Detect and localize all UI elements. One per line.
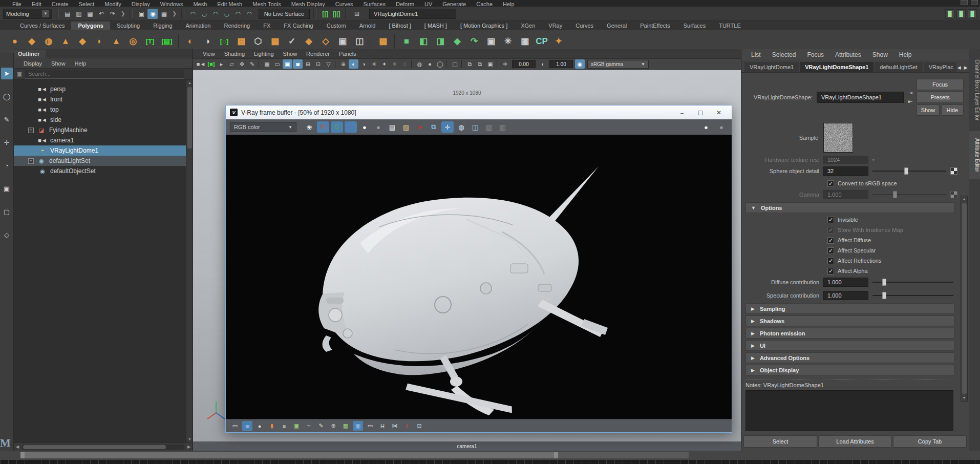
shelf-tab[interactable]: Curves / Surfaces <box>13 22 71 30</box>
outliner-vscrollbar[interactable]: ▲ ▼ <box>186 80 193 442</box>
toolbox-tool[interactable]: ◔ <box>1 160 13 172</box>
menubar-item[interactable]: Help <box>498 1 520 7</box>
viewport-toolbar-icon[interactable]: ● <box>425 59 435 69</box>
vfb-toolbar-icon[interactable]: ● <box>700 121 712 133</box>
scroll-up-icon[interactable]: ▲ <box>961 196 967 202</box>
scroll-up-icon[interactable]: ▲ <box>187 80 193 86</box>
collapsed-section-header[interactable]: ▶ Object Display <box>745 365 954 375</box>
vfb-toolbar-icon[interactable]: ❀ <box>303 121 315 133</box>
shelf-tool-icon[interactable]: ▲ <box>58 34 73 49</box>
vfb-toolbar-icon[interactable]: ● <box>372 121 385 133</box>
menubar-item[interactable]: Cache <box>471 1 498 7</box>
channel-dropdown[interactable]: RGB color ▼ <box>230 122 296 132</box>
viewport-toolbar-icon[interactable]: ◯ <box>435 59 445 69</box>
shelf-tab[interactable]: General <box>600 22 633 30</box>
color-managed-icon[interactable]: ◉ <box>575 59 585 69</box>
vfb-title-bar[interactable]: V V-Ray frame buffer - [50% of 1920 x 10… <box>226 106 732 119</box>
outliner-menu-item[interactable]: Display <box>19 60 47 67</box>
vfb-correction-icon[interactable]: ▮ <box>267 421 277 431</box>
vfb-toolbar-icon[interactable]: ▤ <box>386 121 398 133</box>
viewport-toolbar-icon[interactable]: ◙ <box>293 59 303 69</box>
shelf-tab[interactable]: Polygons <box>71 22 110 30</box>
viewport-toolbar-icon[interactable]: ▽ <box>324 59 333 69</box>
outliner-item[interactable]: + ◉ defaultLightSet <box>14 156 193 166</box>
shelf-tool-icon[interactable]: ✳ <box>500 34 516 49</box>
menubar-item[interactable]: File <box>7 1 27 7</box>
shelf-tab[interactable]: FX Caching <box>277 22 319 30</box>
shelf-tab[interactable]: Rendering <box>217 22 257 30</box>
vfb-correction-icon[interactable]: ≡ <box>279 421 289 431</box>
vfb-correction-icon[interactable]: ▣ <box>291 421 302 431</box>
outliner-item[interactable]: ■◄ camera1 <box>14 135 193 145</box>
sidebar-vertical-tab[interactable]: Attribute Editor <box>969 131 980 179</box>
vfb-toolbar-icon[interactable]: ➤ <box>414 121 426 133</box>
notes-textarea[interactable] <box>745 390 953 431</box>
focus-button[interactable]: Focus <box>917 79 964 90</box>
viewport-toolbar-icon[interactable]: ✧ <box>390 59 399 69</box>
shelf-tool-icon[interactable]: CP <box>534 34 549 49</box>
shelf-tool-icon[interactable]: ◫ <box>352 34 367 49</box>
toolbox-tool[interactable]: ▢ <box>1 206 13 218</box>
sphere-detail-field[interactable]: 32 <box>823 166 868 176</box>
menubar-item[interactable]: Select <box>74 1 100 7</box>
file-op-icon[interactable]: ▦ <box>85 9 95 19</box>
outliner-item[interactable]: ■◄ persp <box>14 84 193 94</box>
shelf-tab[interactable]: Curves <box>569 22 600 30</box>
show-button[interactable]: Show <box>917 104 939 116</box>
options-section-header[interactable]: ▼ Options <box>745 202 954 213</box>
vfb-correction-icon[interactable]: ● <box>254 421 265 431</box>
outliner-item[interactable]: ◓ VRayLightDome1 <box>14 145 193 156</box>
window-control-button[interactable]: ▢ <box>692 107 709 118</box>
menubar-item[interactable]: Windows <box>155 1 188 7</box>
selection-mask-icon[interactable]: ▦ <box>159 9 169 19</box>
contrast-icon[interactable]: ◖ <box>538 59 547 69</box>
menubar-item[interactable]: Mesh Display <box>286 1 330 7</box>
shelf-tab[interactable]: PaintEffects <box>633 22 677 30</box>
viewport-menu-item[interactable]: View <box>198 51 220 57</box>
vfb-correction-icon[interactable]: ∼ <box>304 421 314 431</box>
ae-node-tab[interactable]: VRayLightDome1 <box>744 62 799 72</box>
shelf-tab[interactable]: Surfaces <box>677 22 712 30</box>
presets-button[interactable]: Presets <box>917 92 964 103</box>
history-toggle-icon[interactable]: [|] <box>320 9 330 19</box>
shelf-tool-icon[interactable]: ▲ <box>109 34 124 49</box>
shelf-tab[interactable]: Custom <box>320 22 353 30</box>
menubar-item[interactable]: UV <box>419 1 437 7</box>
shelf-tool-icon[interactable]: ◨ <box>433 34 448 49</box>
pin-tab-icon[interactable]: ⇥ <box>908 90 912 96</box>
outliner-item[interactable]: ■◄ top <box>14 104 193 115</box>
shelf-tool-icon[interactable]: ● <box>7 34 23 49</box>
shelf-tool-icon[interactable]: ◇ <box>318 34 333 49</box>
collapsed-section-header[interactable]: ▶ Shadows <box>745 315 954 326</box>
shelf-tool-icon[interactable]: ⬡ <box>250 34 266 49</box>
sphere-detail-slider[interactable] <box>872 166 946 176</box>
viewport-toolbar-icon[interactable]: [■] <box>206 59 216 69</box>
menubar-item[interactable]: Mesh Tools <box>247 1 286 7</box>
menubar-item[interactable]: Generate <box>437 1 471 7</box>
toolbox-tool[interactable]: ✛ <box>1 137 13 149</box>
collapsed-section-header[interactable]: ▶ Photon emission <box>745 328 954 339</box>
shape-name-field[interactable]: VRayLightDomeShape1 <box>817 92 904 103</box>
ae-menu-item[interactable]: Help <box>893 51 918 58</box>
ae-node-tab[interactable]: defaultLightSet <box>875 62 922 72</box>
shelf-tab[interactable]: VRay <box>542 22 569 30</box>
shelf-tab[interactable]: XGen <box>514 22 542 30</box>
outliner-menu-item[interactable]: Show <box>47 60 70 67</box>
collapsed-section-header[interactable]: ▶ Sampling <box>745 303 954 314</box>
shelf-tool-icon[interactable]: [T] <box>142 34 158 49</box>
viewport-toolbar-icon[interactable]: ⊕ <box>338 59 348 69</box>
shelf-tool-icon[interactable]: ↷ <box>466 34 482 49</box>
shelf-tool-icon[interactable]: ■ <box>399 34 414 49</box>
contribution-field[interactable]: 1.000 <box>823 291 868 300</box>
viewport-toolbar-icon[interactable]: ▦ <box>262 59 272 69</box>
quick-selection-field[interactable]: VRayLightDome1 <box>369 9 456 19</box>
vfb-toolbar-icon[interactable]: R <box>317 121 329 133</box>
time-slider[interactable] <box>0 460 980 464</box>
outliner-item[interactable]: + ◪ FyingMachine <box>14 125 193 135</box>
shelf-tool-icon[interactable]: ◑ <box>200 34 215 49</box>
toolbox-tool[interactable]: ✎ <box>1 114 13 125</box>
viewport-toolbar-icon[interactable]: ⧉ <box>465 59 475 69</box>
vfb-correction-icon[interactable]: ▦ <box>340 421 351 431</box>
scroll-left-icon[interactable]: ◀ <box>14 445 21 449</box>
show-channelbox-icon[interactable]: ▐▌ <box>968 9 977 18</box>
